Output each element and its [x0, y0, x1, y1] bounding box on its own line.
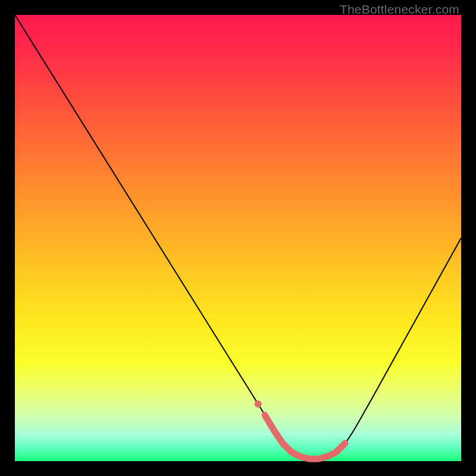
highlight-dot	[268, 423, 274, 429]
chart-plot-area	[15, 15, 461, 461]
attribution-text: TheBottlenecker.com	[340, 2, 459, 17]
highlight-segment	[265, 415, 345, 459]
highlight-dot	[255, 400, 262, 408]
bottleneck-curve	[15, 15, 461, 461]
